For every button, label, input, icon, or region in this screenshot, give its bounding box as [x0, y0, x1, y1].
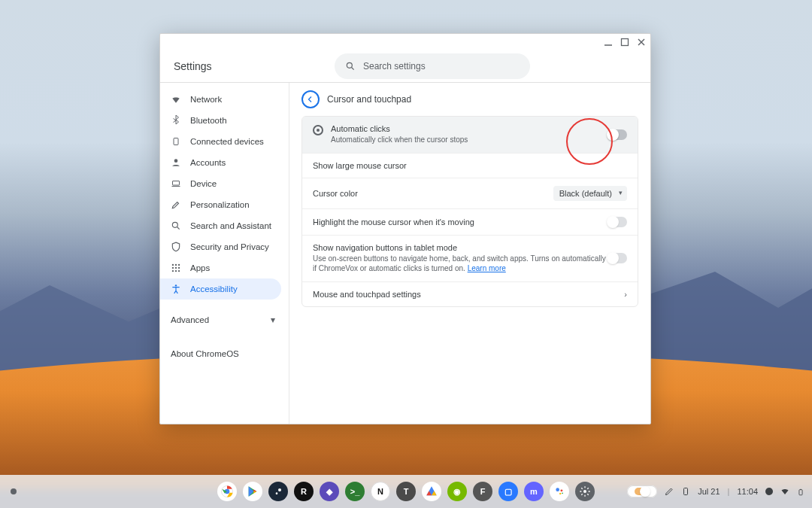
svg-point-18: [172, 270, 174, 272]
shelf-app-nvidia[interactable]: ◉: [447, 482, 467, 501]
sidebar-item-security-privacy[interactable]: Security and Privacy: [160, 236, 289, 257]
back-button[interactable]: [301, 90, 320, 108]
sidebar-item-accessibility[interactable]: Accessibility: [160, 278, 281, 300]
quick-settings-pill[interactable]: [627, 485, 657, 497]
select-value: Black (default): [559, 189, 612, 198]
svg-rect-33: [799, 490, 802, 495]
sidebar-item-search-assistant[interactable]: Search and Assistant: [160, 215, 289, 236]
sidebar-about[interactable]: About ChromeOS: [160, 340, 289, 367]
sidebar-item-network[interactable]: Network: [160, 89, 289, 110]
row-large-cursor[interactable]: Show large mouse cursor: [302, 153, 638, 178]
svg-point-15: [172, 267, 174, 269]
close-button[interactable]: [637, 38, 646, 47]
svg-point-26: [276, 492, 278, 494]
row-title: Show large mouse cursor: [313, 161, 407, 170]
svg-rect-32: [684, 488, 688, 495]
row-mouse-touchpad-settings[interactable]: Mouse and touchpad settings ›: [302, 281, 638, 306]
sidebar-item-label: Bluetooth: [190, 116, 227, 125]
highlight-cursor-toggle[interactable]: [607, 217, 627, 227]
settings-panel: Automatic clicks Automatically click whe…: [301, 116, 638, 307]
svg-point-21: [175, 284, 177, 286]
svg-point-17: [178, 267, 180, 269]
row-subtitle: Use on-screen buttons to navigate home, …: [313, 254, 607, 274]
wifi-status-icon[interactable]: [780, 487, 789, 496]
chevron-right-icon: ›: [624, 290, 627, 299]
battery-icon[interactable]: [797, 487, 806, 496]
chevron-down-icon: ▾: [271, 315, 275, 325]
search-placeholder: Search settings: [363, 61, 426, 71]
sidebar-advanced[interactable]: Advanced ▾: [160, 310, 289, 330]
sidebar-item-label: Personalization: [190, 200, 250, 209]
automatic-clicks-toggle[interactable]: [607, 129, 627, 140]
svg-point-28: [560, 489, 562, 491]
sidebar: Network Bluetooth Connected devices Acco…: [160, 83, 289, 424]
status-date: Jul 21: [698, 487, 720, 496]
advanced-label: Advanced: [171, 315, 209, 324]
shelf-app-t[interactable]: T: [396, 482, 416, 501]
shelf-app-chrome[interactable]: [217, 482, 237, 501]
search-input[interactable]: Search settings: [335, 53, 530, 79]
sidebar-item-label: Connected devices: [190, 137, 264, 146]
sidebar-item-label: Search and Assistant: [190, 221, 271, 230]
notification-icon[interactable]: [765, 488, 773, 495]
sidebar-item-bluetooth[interactable]: Bluetooth: [160, 110, 289, 131]
search-icon: [171, 221, 181, 231]
devices-icon: [171, 137, 181, 146]
target-icon: [313, 125, 323, 135]
shelf-app-purple[interactable]: ◆: [320, 482, 339, 501]
svg-point-16: [175, 267, 177, 269]
shelf-app-mastodon[interactable]: m: [524, 482, 544, 501]
status-tray[interactable]: Jul 21 | 11:04: [627, 485, 806, 497]
svg-rect-6: [174, 138, 178, 145]
maximize-button[interactable]: [620, 38, 629, 47]
svg-line-11: [177, 227, 180, 230]
svg-point-30: [562, 492, 563, 494]
sidebar-item-apps[interactable]: Apps: [160, 257, 289, 278]
sidebar-item-label: Device: [190, 179, 217, 188]
minimize-button[interactable]: [604, 38, 613, 47]
accessibility-icon: [171, 284, 181, 294]
shelf-app-assistant[interactable]: [550, 482, 569, 501]
sidebar-item-device[interactable]: Device: [160, 173, 289, 194]
svg-rect-34: [800, 489, 801, 490]
sidebar-item-label: Accounts: [190, 158, 226, 167]
svg-point-10: [172, 222, 177, 227]
cursor-color-select[interactable]: Black (default): [553, 186, 627, 201]
nav-tablet-toggle[interactable]: [607, 253, 627, 263]
shelf-app-files[interactable]: [422, 482, 441, 501]
shelf-app-settings[interactable]: [575, 482, 595, 501]
status-time: 11:04: [737, 487, 758, 496]
learn-more-link[interactable]: Learn more: [468, 264, 506, 272]
shelf-app-play[interactable]: [243, 482, 262, 501]
svg-point-31: [583, 490, 586, 493]
svg-point-24: [273, 486, 283, 496]
sidebar-item-accounts[interactable]: Accounts: [160, 152, 289, 173]
laptop-icon: [171, 179, 181, 188]
row-automatic-clicks[interactable]: Automatic clicks Automatically click whe…: [302, 117, 638, 153]
settings-window: Settings Search settings Network Bluetoo…: [159, 33, 651, 424]
svg-point-13: [175, 264, 177, 266]
sidebar-item-label: Network: [190, 95, 222, 104]
app-tray: R ◆ >_ N T ◉ F ▢ m: [217, 482, 595, 501]
shelf-app-notion[interactable]: N: [371, 482, 390, 501]
shelf-app-f[interactable]: F: [473, 482, 492, 501]
svg-point-7: [174, 159, 178, 163]
shelf-app-terminal[interactable]: >_: [345, 482, 365, 501]
app-title: Settings: [174, 60, 286, 72]
shelf-app-steam[interactable]: [268, 482, 288, 501]
sidebar-item-personalization[interactable]: Personalization: [160, 194, 289, 215]
row-title: Mouse and touchpad settings: [313, 290, 421, 299]
shield-icon: [171, 242, 181, 252]
shelf-app-r[interactable]: R: [294, 482, 314, 501]
stylus-icon[interactable]: [665, 487, 674, 496]
apps-icon: [171, 263, 181, 273]
shelf-app-blue[interactable]: ▢: [498, 482, 518, 501]
page-title: Cursor and touchpad: [327, 94, 411, 105]
sidebar-item-connected-devices[interactable]: Connected devices: [160, 131, 289, 152]
wifi-icon: [171, 94, 181, 105]
row-title: Highlight the mouse cursor when it's mov…: [313, 217, 474, 227]
night-light-toggle[interactable]: [635, 488, 650, 495]
phone-hub-icon[interactable]: [681, 487, 690, 496]
launcher-button[interactable]: [11, 488, 17, 494]
window-titlebar: [160, 34, 650, 50]
